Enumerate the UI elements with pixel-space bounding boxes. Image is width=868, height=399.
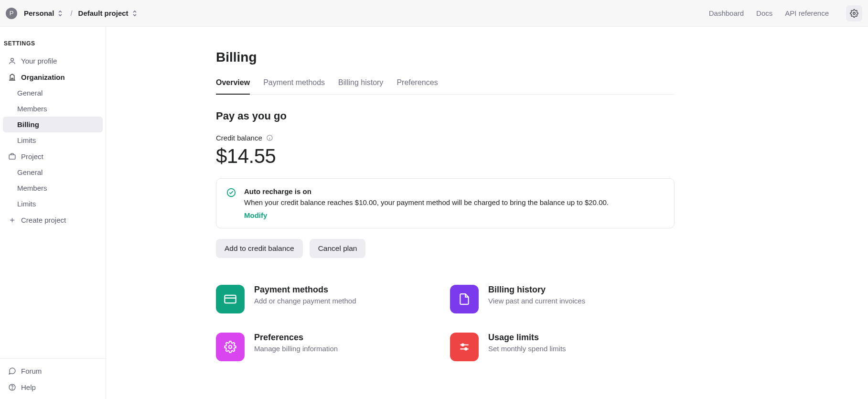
nav-dashboard[interactable]: Dashboard — [709, 9, 744, 17]
balance-amount: $14.55 — [216, 145, 675, 168]
sidebar-footer: Forum Help — [0, 358, 106, 399]
sidebar-heading: SETTINGS — [0, 36, 106, 53]
sidebar-item-label: Members — [17, 105, 47, 113]
sidebar-item-proj-limits[interactable]: Limits — [3, 196, 103, 212]
page-title: Billing — [216, 50, 675, 65]
tile-title: Payment methods — [254, 285, 356, 295]
card-title: Auto recharge is on — [244, 187, 609, 195]
tiles-grid: Payment methods Add or change payment me… — [216, 285, 675, 361]
breadcrumb-separator: / — [68, 9, 74, 17]
svg-point-8 — [229, 345, 232, 349]
card-icon — [216, 285, 245, 313]
sidebar-item-label: Limits — [17, 200, 36, 208]
sidebar-item-org-billing[interactable]: Billing — [3, 117, 103, 132]
workspace-avatar[interactable]: P — [6, 8, 17, 19]
sidebar-item-label: Organization — [21, 73, 65, 81]
svg-point-12 — [465, 348, 467, 350]
main-content: Billing Overview Payment methods Billing… — [106, 27, 868, 399]
tile-payment-methods[interactable]: Payment methods Add or change payment me… — [216, 285, 440, 313]
tab-payment-methods[interactable]: Payment methods — [263, 78, 325, 95]
sidebar-item-org-members[interactable]: Members — [3, 101, 103, 117]
sidebar-item-org-general[interactable]: General — [3, 85, 103, 101]
sidebar-item-profile[interactable]: Your profile — [3, 53, 103, 69]
help-icon — [8, 383, 16, 391]
topbar: P Personal / Default project Dashboard D… — [0, 0, 868, 27]
tile-title: Billing history — [488, 285, 585, 295]
sidebar-item-label: Project — [21, 152, 43, 161]
cancel-plan-button[interactable]: Cancel plan — [310, 239, 366, 258]
button-row: Add to credit balance Cancel plan — [216, 239, 675, 258]
svg-point-4 — [11, 388, 12, 389]
breadcrumb-project-label: Default project — [78, 9, 129, 17]
balance-label: Credit balance — [216, 134, 262, 142]
sidebar-item-proj-members[interactable]: Members — [3, 180, 103, 196]
add-credit-button[interactable]: Add to credit balance — [216, 239, 303, 258]
sidebar: SETTINGS Your profile Organization Gener… — [0, 27, 106, 399]
tile-preferences[interactable]: Preferences Manage billing information — [216, 333, 440, 361]
breadcrumb-workspace[interactable]: Personal — [23, 7, 65, 20]
plus-icon — [8, 216, 16, 224]
tab-overview[interactable]: Overview — [216, 78, 250, 95]
card-description: When your credit balance reaches $10.00,… — [244, 198, 609, 206]
tile-title: Preferences — [254, 333, 338, 343]
tile-title: Usage limits — [488, 333, 566, 343]
sidebar-item-forum[interactable]: Forum — [3, 363, 103, 379]
tile-description: Add or change payment method — [254, 297, 356, 305]
sidebar-item-label: Your profile — [21, 57, 57, 65]
chevron-updown-icon — [56, 9, 64, 18]
auto-recharge-card: Auto recharge is on When your credit bal… — [216, 178, 675, 228]
sliders-icon — [450, 333, 479, 361]
tile-description: View past and current invoices — [488, 297, 585, 305]
sidebar-item-label: Create project — [21, 216, 66, 224]
tab-billing-history[interactable]: Billing history — [338, 78, 383, 95]
briefcase-icon — [8, 152, 16, 161]
chat-icon — [8, 367, 16, 375]
file-icon — [450, 285, 479, 313]
tile-description: Set monthly spend limits — [488, 345, 566, 353]
tile-description: Manage billing information — [254, 345, 338, 353]
sidebar-item-label: General — [17, 168, 43, 176]
modify-link[interactable]: Modify — [244, 211, 267, 219]
building-icon — [8, 73, 16, 81]
nav-docs[interactable]: Docs — [756, 9, 772, 17]
sidebar-item-org-limits[interactable]: Limits — [3, 132, 103, 148]
tile-usage-limits[interactable]: Usage limits Set monthly spend limits — [450, 333, 675, 361]
sidebar-item-proj-general[interactable]: General — [3, 164, 103, 180]
tile-billing-history[interactable]: Billing history View past and current in… — [450, 285, 675, 313]
sidebar-item-label: Billing — [17, 120, 39, 129]
breadcrumb: P Personal / Default project — [6, 7, 140, 20]
sidebar-item-label: Forum — [21, 367, 42, 375]
info-icon[interactable] — [266, 134, 273, 141]
user-icon — [8, 56, 16, 65]
svg-rect-2 — [9, 154, 15, 159]
gear-icon — [850, 9, 858, 18]
svg-point-1 — [11, 58, 13, 61]
sidebar-item-help[interactable]: Help — [3, 379, 103, 395]
svg-rect-7 — [225, 295, 236, 303]
sidebar-item-label: Members — [17, 184, 47, 192]
sidebar-item-label: Help — [21, 383, 36, 391]
tab-preferences[interactable]: Preferences — [396, 78, 438, 95]
tabs: Overview Payment methods Billing history… — [216, 78, 675, 95]
nav-api-reference[interactable]: API reference — [785, 9, 829, 17]
svg-point-0 — [853, 12, 856, 14]
check-circle-icon — [226, 187, 236, 219]
svg-point-10 — [462, 344, 464, 346]
breadcrumb-project[interactable]: Default project — [77, 7, 140, 20]
gear-icon — [216, 333, 245, 361]
chevron-updown-icon — [130, 9, 139, 18]
balance-label-row: Credit balance — [216, 134, 675, 142]
section-title: Pay as you go — [216, 110, 675, 122]
sidebar-item-create-project[interactable]: Create project — [3, 212, 103, 228]
settings-button[interactable] — [846, 5, 862, 22]
sidebar-item-organization[interactable]: Organization — [3, 69, 103, 85]
sidebar-item-label: Limits — [17, 136, 36, 144]
sidebar-item-label: General — [17, 89, 43, 97]
sidebar-item-project[interactable]: Project — [3, 148, 103, 164]
top-nav: Dashboard Docs API reference — [709, 5, 862, 22]
breadcrumb-workspace-label: Personal — [24, 9, 54, 17]
